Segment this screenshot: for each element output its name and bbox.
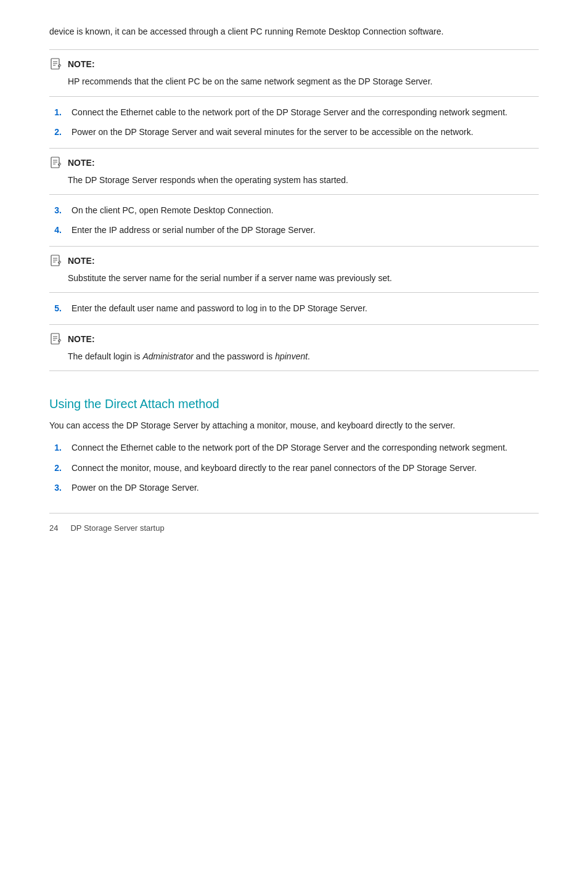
- note-header-4: NOTE:: [49, 332, 539, 346]
- note-label-1: NOTE:: [68, 59, 95, 69]
- step-d-3: 3. Power on the DP Storage Server.: [49, 481, 539, 494]
- step-3-1: 5. Enter the default user name and passw…: [49, 301, 539, 315]
- note-box-4: NOTE: The default login is Administrator…: [49, 324, 539, 371]
- note-icon-4: [49, 332, 63, 346]
- step-num-3-1: 5.: [49, 301, 62, 315]
- step-text-1-1: Connect the Ethernet cable to the networ…: [71, 105, 539, 119]
- step-text-2-2: Enter the IP address or serial number of…: [71, 223, 539, 237]
- step-1-1: 1. Connect the Ethernet cable to the net…: [49, 105, 539, 119]
- note-label-2: NOTE:: [68, 158, 95, 168]
- step-2-2: 4. Enter the IP address or serial number…: [49, 223, 539, 237]
- section-heading: Using the Direct Attach method: [49, 391, 539, 411]
- note4-italic-2: hpinvent: [275, 351, 308, 361]
- step-num-2-2: 4.: [49, 223, 62, 237]
- steps-direct: 1. Connect the Ethernet cable to the net…: [49, 441, 539, 494]
- steps-group-1: 1. Connect the Ethernet cable to the net…: [49, 105, 539, 139]
- step-num-2-1: 3.: [49, 203, 62, 217]
- step-text-2-1: On the client PC, open Remote Desktop Co…: [71, 203, 539, 217]
- note4-text-middle: and the password is: [194, 351, 275, 361]
- note-header-1: NOTE:: [49, 57, 539, 71]
- footer-divider: [49, 513, 539, 514]
- note-header-3: NOTE:: [49, 254, 539, 268]
- note-box-2: NOTE: The DP Storage Server responds whe…: [49, 148, 539, 195]
- note-body-3: Substitute the server name for the seria…: [49, 271, 539, 285]
- note-body-4: The default login is Administrator and t…: [49, 350, 539, 363]
- note-icon-3: [49, 254, 63, 268]
- step-1-2: 2. Power on the DP Storage Server and wa…: [49, 125, 539, 139]
- step-num-d-2: 2.: [49, 461, 62, 475]
- footer-page-num: 24: [49, 523, 58, 533]
- note-label-3: NOTE:: [68, 256, 95, 266]
- page: device is known, it can be accessed thro…: [0, 0, 588, 884]
- step-text-3-1: Enter the default user name and password…: [71, 301, 539, 315]
- footer: 24 DP Storage Server startup: [49, 523, 539, 533]
- step-num-1-2: 2.: [49, 125, 62, 139]
- note-box-3: NOTE: Substitute the server name for the…: [49, 246, 539, 293]
- step-d-1: 1. Connect the Ethernet cable to the net…: [49, 441, 539, 454]
- svg-line-4: [60, 64, 61, 65]
- step-num-d-1: 1.: [49, 441, 62, 454]
- note-icon-1: [49, 57, 63, 71]
- note4-italic-1: Administrator: [142, 351, 193, 361]
- step-text-d-2: Connect the monitor, mouse, and keyboard…: [71, 461, 539, 475]
- footer-title: DP Storage Server startup: [70, 523, 164, 533]
- step-2-1: 3. On the client PC, open Remote Desktop…: [49, 203, 539, 217]
- step-text-1-2: Power on the DP Storage Server and wait …: [71, 125, 539, 139]
- note-icon-2: [49, 156, 63, 170]
- note-label-4: NOTE:: [68, 334, 95, 344]
- step-text-d-1: Connect the Ethernet cable to the networ…: [71, 441, 539, 454]
- step-num-1-1: 1.: [49, 105, 62, 119]
- note-body-2: The DP Storage Server responds when the …: [49, 173, 539, 187]
- step-num-d-3: 3.: [49, 481, 62, 494]
- note-box-1: NOTE: HP recommends that the client PC b…: [49, 49, 539, 96]
- steps-group-2: 3. On the client PC, open Remote Desktop…: [49, 203, 539, 237]
- intro-text: device is known, it can be accessed thro…: [49, 25, 539, 38]
- note-header-2: NOTE:: [49, 156, 539, 170]
- step-d-2: 2. Connect the monitor, mouse, and keybo…: [49, 461, 539, 475]
- note4-text-after: .: [308, 351, 310, 361]
- steps-group-3: 5. Enter the default user name and passw…: [49, 301, 539, 315]
- note4-text-before: The default login is: [68, 351, 142, 361]
- note-body-1: HP recommends that the client PC be on t…: [49, 75, 539, 88]
- step-text-d-3: Power on the DP Storage Server.: [71, 481, 539, 494]
- section-intro: You can access the DP Storage Server by …: [49, 419, 539, 432]
